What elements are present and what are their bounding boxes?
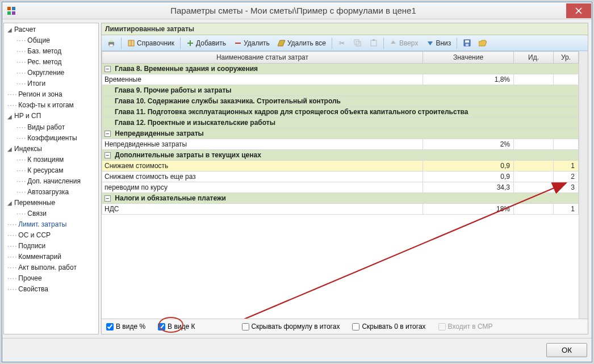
- tree-node[interactable]: ····Общие: [4, 35, 98, 46]
- svg-marker-19: [391, 40, 396, 44]
- tree-node[interactable]: ◢Расчет: [4, 24, 98, 35]
- footer: ОК: [2, 338, 592, 362]
- check-smr: Входит в СМР: [438, 323, 493, 330]
- col-id[interactable]: Ид.: [514, 52, 554, 64]
- cut-button[interactable]: ✂: [334, 38, 349, 48]
- tree-node[interactable]: ····Рес. метод: [4, 57, 98, 68]
- nav-tree[interactable]: ◢Расчет····Общие····Баз. метод····Рес. м…: [3, 23, 99, 334]
- delete-button[interactable]: Удалить: [231, 38, 273, 48]
- help-button[interactable]: Справочник: [124, 38, 178, 48]
- minus-icon: [234, 39, 242, 47]
- tree-node[interactable]: ····Акт выполн. работ: [4, 262, 98, 273]
- check-k[interactable]: В виде К: [158, 323, 195, 330]
- open-button[interactable]: [475, 38, 490, 48]
- table-row[interactable]: − Глава 8. Временные здания и сооружения: [102, 64, 579, 74]
- erase-icon: [278, 39, 286, 47]
- svg-marker-20: [428, 41, 433, 45]
- print-icon: [107, 39, 115, 47]
- book-icon: [127, 39, 135, 47]
- tree-node[interactable]: ····Баз. метод: [4, 46, 98, 57]
- save-button[interactable]: [459, 38, 474, 48]
- svg-marker-14: [278, 40, 285, 46]
- tree-node[interactable]: ◢Переменные: [4, 198, 98, 208]
- copy-button[interactable]: [350, 38, 365, 48]
- close-button[interactable]: [566, 3, 591, 18]
- tree-node[interactable]: ····Комментарий: [4, 252, 98, 262]
- tree-node[interactable]: ····Автозагрузка: [4, 187, 98, 198]
- check-hide-zero[interactable]: Скрывать 0 в итогах: [352, 323, 425, 330]
- table-row[interactable]: переводим по курсу34,33: [102, 182, 579, 193]
- tree-node[interactable]: ····ОС и ССР: [4, 230, 98, 241]
- table-row[interactable]: Временные1,8%: [102, 74, 579, 85]
- down-button[interactable]: Вниз: [423, 38, 454, 48]
- grid[interactable]: Наименование статьи затрат Значение Ид. …: [102, 51, 588, 319]
- table-row[interactable]: − Непредвиденные затраты: [102, 128, 579, 139]
- svg-rect-15: [354, 40, 359, 44]
- tree-node[interactable]: ····Связи: [4, 208, 98, 219]
- col-name[interactable]: Наименование статьи затрат: [102, 52, 423, 64]
- add-button[interactable]: Добавить: [183, 38, 229, 48]
- plus-icon: [186, 39, 194, 47]
- svg-marker-24: [479, 40, 487, 46]
- svg-rect-2: [7, 11, 11, 15]
- vertical-scrollbar[interactable]: [579, 51, 588, 319]
- table-row[interactable]: − Дополнительные затраты в текущих ценах: [102, 150, 579, 161]
- options-bar: В виде % В виде К Скрывать формулу в ито…: [102, 319, 588, 334]
- panel-title: Лимитированные затраты: [102, 23, 588, 35]
- table-row[interactable]: Глава 9. Прочие работы и затраты: [102, 85, 579, 96]
- col-lvl[interactable]: Ур.: [554, 52, 579, 64]
- tree-node[interactable]: ····Коэф-ты к итогам: [4, 100, 98, 111]
- tree-node[interactable]: ····Коэффициенты: [4, 133, 98, 144]
- svg-rect-16: [356, 41, 361, 46]
- tree-node[interactable]: ◢Индексы: [4, 144, 98, 154]
- delete-all-button[interactable]: Удалить все: [274, 38, 329, 48]
- titlebar: Параметры сметы - Мои сметы\Пример с фор…: [2, 2, 592, 19]
- tree-node[interactable]: ····Лимит. затраты: [4, 219, 98, 230]
- svg-rect-23: [466, 44, 468, 46]
- ok-button[interactable]: ОК: [546, 343, 587, 357]
- save-icon: [463, 39, 471, 47]
- scissors-icon: ✂: [338, 39, 346, 47]
- tree-node[interactable]: ····Округление: [4, 68, 98, 78]
- tree-node[interactable]: ····Прочее: [4, 273, 98, 284]
- up-button[interactable]: Вверх: [386, 38, 421, 48]
- paste-icon: [370, 39, 378, 47]
- window-title: Параметры сметы - Мои сметы\Пример с фор…: [20, 6, 566, 15]
- toolbar: Справочник Добавить Удалить: [102, 35, 588, 51]
- svg-rect-7: [110, 40, 113, 42]
- svg-rect-17: [371, 40, 377, 46]
- table-row[interactable]: Снижаем стоимость еще раз0,92: [102, 171, 579, 182]
- tree-node[interactable]: ◢НР и СП: [4, 111, 98, 122]
- print-button[interactable]: [104, 38, 119, 48]
- col-value[interactable]: Значение: [423, 52, 514, 64]
- tree-node[interactable]: ····Подписи: [4, 241, 98, 252]
- tree-node[interactable]: ····Доп. начисления: [4, 176, 98, 187]
- svg-rect-22: [465, 40, 469, 43]
- arrow-down-icon: [426, 39, 434, 47]
- table-row[interactable]: Глава 10. Содержание службы заказчика. С…: [102, 96, 579, 107]
- table-row[interactable]: НДС18%1: [102, 204, 579, 215]
- arrow-up-icon: [390, 39, 398, 47]
- check-hide-formula[interactable]: Скрывать формулу в итогах: [242, 323, 340, 330]
- svg-rect-0: [7, 7, 11, 10]
- svg-rect-1: [12, 7, 15, 10]
- table-row[interactable]: Непредвиденные затраты2%: [102, 139, 579, 150]
- svg-rect-18: [373, 39, 375, 41]
- tree-node[interactable]: ····К ресурсам: [4, 165, 98, 176]
- tree-node[interactable]: ····Итоги: [4, 78, 98, 89]
- copy-icon: [354, 39, 362, 47]
- check-percent[interactable]: В виде %: [106, 323, 145, 330]
- svg-rect-8: [110, 44, 113, 47]
- table-row[interactable]: Глава 11. Подготовка эксплуатационных ка…: [102, 107, 579, 118]
- tree-node[interactable]: ····Регион и зона: [4, 89, 98, 100]
- tree-node[interactable]: ····Свойства: [4, 284, 98, 295]
- app-icon: [6, 5, 17, 16]
- close-icon: [575, 7, 582, 14]
- svg-rect-3: [12, 11, 15, 15]
- table-row[interactable]: Глава 12. Проектные и изыскательские раб…: [102, 118, 579, 128]
- table-row[interactable]: Снижаем стоимость0,91: [102, 161, 579, 171]
- tree-node[interactable]: ····Виды работ: [4, 122, 98, 133]
- table-row[interactable]: − Налоги и обязательные платежи: [102, 193, 579, 204]
- tree-node[interactable]: ····К позициям: [4, 154, 98, 165]
- paste-button[interactable]: [366, 38, 381, 48]
